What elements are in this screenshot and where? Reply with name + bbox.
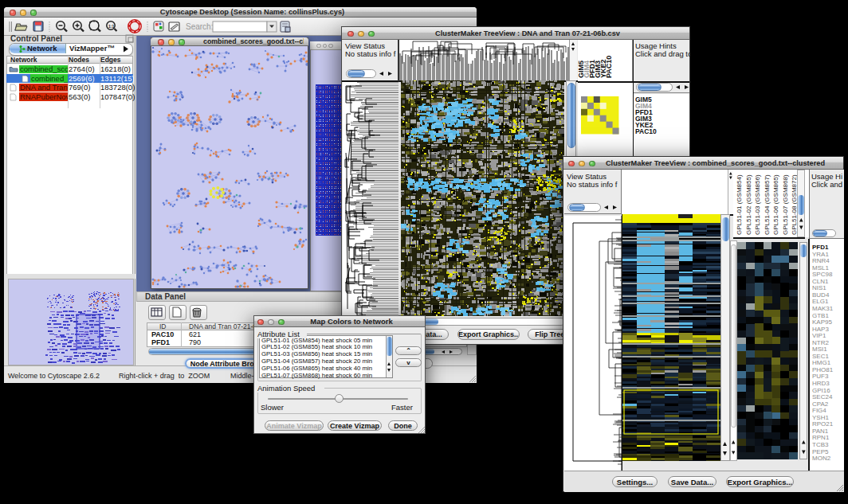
svg-text:PAC10: PAC10 [635,127,657,135]
svg-text:GPL51-02 (GSM855): GPL51-02 (GSM855) [745,174,752,235]
svg-text:PAC10: PAC10 [605,56,613,78]
svg-text:GPL51-07 (GSM868): GPL51-07 (GSM868) [782,174,789,235]
svg-text:GPL51-01 (GSM854): GPL51-01 (GSM854) [736,174,743,235]
svg-text:GPL51-06 (GSM865): GPL51-06 (GSM865) [772,174,779,235]
svg-text:Search:: Search: [186,22,213,31]
svg-text:1:1: 1:1 [108,24,114,29]
svg-text:GPL51-03 (GSM856): GPL51-03 (GSM856) [754,174,761,235]
svg-text:GPL51-08 (GSM872): GPL51-08 (GSM872) [791,174,797,235]
svg-text:GPL51-04 (GSM857): GPL51-04 (GSM857) [764,174,771,235]
svg-text:MON2: MON2 [812,455,831,462]
